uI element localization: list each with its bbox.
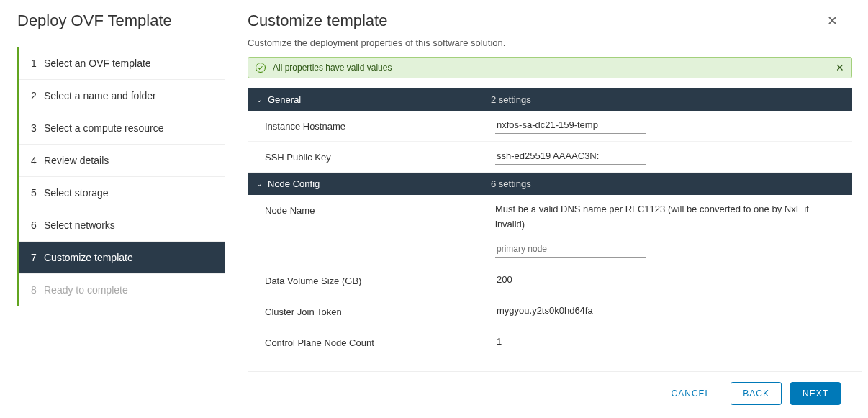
next-button[interactable]: NEXT [790,382,841,405]
property-cluster-join-token: Cluster Join Token [248,296,852,327]
banner-close-button[interactable]: ✕ [836,62,844,73]
property-label: Instance Hostname [265,118,495,132]
step-number: 4 [31,155,44,166]
step-label: Select a compute resource [44,122,164,134]
property-ssh-public-key: SSH Public Key [248,142,852,173]
wizard-sidebar: Deploy OVF Template 1 Select an OVF temp… [17,12,233,412]
step-label: Select an OVF template [44,58,151,69]
step-ready-complete: 8 Ready to complete [19,274,225,306]
check-circle-icon [256,63,266,73]
step-number: 2 [31,90,44,101]
node-name-input[interactable] [495,242,646,258]
property-label: Control Plane Node Count [265,335,495,348]
property-description: Must be a valid DNS name per RFC1123 (wi… [495,202,835,232]
step-label: Select storage [44,187,109,199]
section-title: Node Config [268,178,491,189]
step-select-compute[interactable]: 3 Select a compute resource [19,112,225,145]
ssh-public-key-input[interactable] [495,149,646,165]
close-icon: ✕ [836,62,844,73]
step-label: Customize template [44,252,133,263]
section-count: 2 settings [491,94,531,105]
cluster-join-token-input[interactable] [495,304,646,319]
chevron-down-icon: ⌄ [256,180,262,188]
step-select-ovf[interactable]: 1 Select an OVF template [19,47,225,80]
section-header-node-config[interactable]: ⌄ Node Config 6 settings [248,173,852,195]
back-button[interactable]: BACK [731,382,782,405]
section-node-config: ⌄ Node Config 6 settings Node Name Must … [248,173,852,358]
control-plane-count-input[interactable] [495,335,646,350]
step-number: 5 [31,187,44,199]
property-data-volume-size: Data Volume Size (GB) [248,265,852,296]
property-node-name: Node Name Must be a valid DNS name per R… [248,195,852,265]
step-number: 1 [31,58,44,69]
page-subtitle: Customize the deployment properties of t… [248,37,862,48]
content-scroll-area[interactable]: All properties have valid values ✕ ⌄ Gen… [248,57,862,371]
step-number: 3 [31,122,44,134]
step-select-networks[interactable]: 6 Select networks [19,209,225,242]
step-select-name[interactable]: 2 Select a name and folder [19,80,225,112]
wizard-main: Customize template ✕ Customize the deplo… [233,12,862,412]
property-control-plane-count: Control Plane Node Count [248,327,852,358]
section-header-general[interactable]: ⌄ General 2 settings [248,88,852,111]
chevron-down-icon: ⌄ [256,96,262,104]
step-customize-template[interactable]: 7 Customize template [19,242,225,274]
instance-hostname-input[interactable] [495,118,646,134]
step-number: 8 [31,284,44,296]
data-volume-size-input[interactable] [495,273,646,288]
cancel-button[interactable]: CANCEL [660,383,723,404]
step-label: Select networks [44,219,115,231]
property-label: Cluster Join Token [265,304,495,317]
banner-message: All properties have valid values [273,63,392,73]
close-button[interactable]: ✕ [824,12,841,30]
property-label: Node Name [265,202,495,216]
step-label: Select a name and folder [44,90,156,101]
step-label: Review details [44,155,109,166]
step-label: Ready to complete [44,284,128,296]
property-label: SSH Public Key [265,149,495,163]
property-label: Data Volume Size (GB) [265,273,495,286]
step-number: 7 [31,252,44,263]
section-count: 6 settings [491,178,531,189]
step-review-details[interactable]: 4 Review details [19,145,225,177]
wizard-footer: CANCEL BACK NEXT [248,371,862,412]
property-instance-hostname: Instance Hostname [248,111,852,142]
wizard-step-list: 1 Select an OVF template 2 Select a name… [17,47,225,306]
close-icon: ✕ [827,14,838,28]
page-title: Customize template [248,12,387,30]
step-select-storage[interactable]: 5 Select storage [19,177,225,209]
validation-banner: All properties have valid values ✕ [248,57,852,78]
step-number: 6 [31,219,44,231]
wizard-title: Deploy OVF Template [17,12,225,30]
section-title: General [268,94,491,105]
section-general: ⌄ General 2 settings Instance Hostname S… [248,88,852,173]
